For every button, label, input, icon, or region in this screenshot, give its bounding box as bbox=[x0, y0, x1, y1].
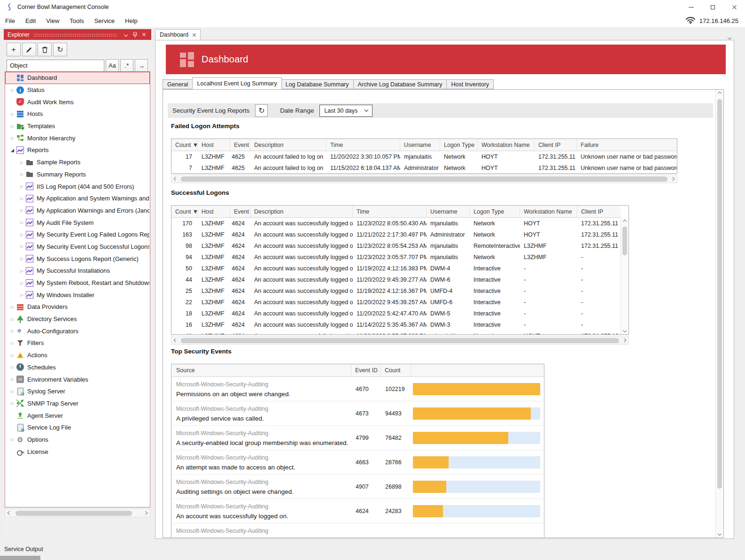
expander-icon[interactable]: ▷ bbox=[18, 292, 26, 297]
scroll-left-icon[interactable] bbox=[5, 512, 14, 514]
tab-archive-log-database-summary[interactable]: Archive Log Database Summary bbox=[354, 79, 447, 89]
scroll-right-icon[interactable] bbox=[620, 339, 629, 342]
expander-icon[interactable]: ▷ bbox=[8, 389, 16, 394]
scroll-left-icon[interactable] bbox=[171, 339, 180, 342]
tree-item[interactable]: ▷ My Windows Installer bbox=[5, 289, 150, 301]
scrollbar-thumb[interactable] bbox=[181, 176, 667, 182]
tree-item[interactable]: ▷ Status bbox=[5, 84, 150, 96]
chevron-down-icon[interactable] bbox=[122, 31, 130, 38]
expander-icon[interactable]: ▷ bbox=[8, 353, 16, 358]
table-row[interactable]: 50L3ZHMF4624An account was successfully … bbox=[171, 263, 621, 274]
table-row[interactable]: Microsoft-Windows-Security-Auditing An a… bbox=[171, 450, 544, 475]
tree-item[interactable]: ▷ Sample Reports bbox=[5, 156, 150, 169]
tree-item[interactable]: ▷ Directory Services bbox=[5, 313, 150, 325]
expander-icon[interactable]: ▷ bbox=[18, 184, 26, 189]
expander-icon[interactable]: ▷ bbox=[8, 88, 16, 92]
tree-item[interactable]: ▷ Summary Reports bbox=[5, 169, 150, 181]
tree-item[interactable]: ▷ Hosts bbox=[5, 108, 150, 120]
tree-item[interactable]: ▷ Templates bbox=[5, 120, 150, 132]
tree-item[interactable]: ▷ SNMP Trap Server bbox=[5, 398, 150, 410]
tab-host-inventory[interactable]: Host Inventory bbox=[447, 79, 494, 89]
table-row[interactable]: 94L3ZHMF4624An account was successfully … bbox=[171, 252, 621, 263]
pin-icon[interactable] bbox=[131, 31, 139, 38]
tree-item[interactable]: ▷ Monitor Hierarchy bbox=[5, 132, 150, 144]
tab-close-icon[interactable] bbox=[192, 33, 196, 37]
scrollbar-thumb[interactable] bbox=[181, 338, 619, 343]
column-header[interactable]: Count bbox=[381, 364, 411, 376]
expander-icon[interactable]: ▷ bbox=[8, 341, 16, 345]
table-row[interactable]: Microsoft-Windows-Security-Auditing bbox=[171, 523, 544, 538]
maximize-button[interactable] bbox=[702, 0, 723, 14]
scroll-right-icon[interactable] bbox=[141, 512, 150, 514]
column-header[interactable]: Source bbox=[171, 364, 351, 376]
expander-icon[interactable]: ▷ bbox=[8, 437, 16, 442]
tree-item[interactable]: Audit Work Items bbox=[5, 96, 150, 108]
refresh-button[interactable]: ↻ bbox=[53, 43, 67, 56]
expander-icon[interactable]: ▷ bbox=[18, 172, 26, 176]
tree-item[interactable]: ▷ Syslog Server bbox=[5, 385, 150, 398]
expander-icon[interactable]: ▷ bbox=[18, 256, 26, 261]
table-row[interactable]: 11L3ZHMF4624An account was successfully … bbox=[171, 330, 621, 335]
match-case-button[interactable]: Aa bbox=[106, 59, 119, 72]
column-header[interactable]: Event bbox=[230, 139, 250, 151]
table-row[interactable]: 17L3ZHMF4625An account failed to log on1… bbox=[171, 151, 677, 162]
scrollbar-thumb[interactable] bbox=[717, 99, 722, 489]
scrollbar-thumb[interactable] bbox=[622, 226, 627, 255]
tab-general[interactable]: General bbox=[163, 79, 193, 89]
column-header[interactable]: Event ID bbox=[351, 364, 381, 376]
column-header[interactable] bbox=[411, 364, 544, 376]
table-row[interactable]: 98L3ZHMF4624An account was successfully … bbox=[171, 240, 621, 252]
expander-icon[interactable]: ▷ bbox=[18, 268, 26, 273]
scroll-left-icon[interactable] bbox=[171, 177, 180, 180]
expander-icon[interactable]: ▷ bbox=[8, 124, 16, 129]
menu-item-help[interactable]: Help bbox=[120, 14, 143, 27]
expander-icon[interactable]: ▷ bbox=[18, 196, 26, 201]
expander-icon[interactable]: ▷ bbox=[18, 220, 26, 225]
tree-item[interactable]: ▷ Auto-Configurators bbox=[5, 325, 150, 337]
menu-item-file[interactable]: File bbox=[0, 14, 20, 27]
regex-button[interactable]: .* bbox=[120, 59, 133, 72]
table-row[interactable]: 44L3ZHMF4624An account was successfully … bbox=[171, 274, 621, 285]
document-tab-dashboard[interactable]: Dashboard bbox=[155, 29, 201, 40]
expander-icon[interactable]: ▷ bbox=[8, 112, 16, 116]
column-header[interactable]: Logon Type bbox=[440, 139, 478, 151]
tree-item[interactable]: ▷ Schedules bbox=[5, 361, 150, 374]
tree-item[interactable]: Dashboard bbox=[5, 72, 150, 84]
table-row[interactable]: Microsoft-Windows-Security-Auditing Audi… bbox=[171, 475, 544, 499]
column-header[interactable]: Count ▼ bbox=[171, 206, 198, 217]
expander-icon[interactable]: ▷ bbox=[18, 244, 26, 249]
tree-item[interactable]: ▷ Filters bbox=[5, 337, 150, 349]
content-vscrollbar[interactable] bbox=[715, 90, 723, 537]
menu-item-edit[interactable]: Edit bbox=[20, 14, 41, 27]
table-row[interactable]: 7L3ZHMF4625An account failed to log on11… bbox=[171, 162, 677, 174]
expander-icon[interactable]: ▷ bbox=[18, 208, 26, 213]
scrollbar-thumb[interactable] bbox=[16, 511, 132, 516]
table-row[interactable]: 18L3ZHMF4624An account was successfully … bbox=[171, 308, 621, 319]
table-row[interactable]: 25L3ZHMF4624An account was successfully … bbox=[171, 285, 621, 297]
table-row[interactable]: 170L3ZHMF4624An account was successfully… bbox=[171, 218, 621, 229]
delete-button[interactable] bbox=[38, 43, 52, 56]
successful-logons-vscrollbar[interactable] bbox=[621, 218, 629, 334]
scroll-up-icon[interactable] bbox=[718, 90, 721, 97]
tab-log-database-summary[interactable]: Log Database Summary bbox=[281, 79, 354, 89]
column-header[interactable]: Username bbox=[400, 139, 440, 151]
column-header[interactable]: Count ▼ bbox=[171, 139, 198, 151]
table-row[interactable]: 163L3ZHMF4624An account was successfully… bbox=[171, 229, 621, 240]
column-header[interactable]: Host bbox=[198, 139, 230, 151]
column-header[interactable]: Description bbox=[250, 206, 353, 217]
expander-icon[interactable]: ▷ bbox=[8, 401, 16, 406]
successful-logons-hscrollbar[interactable] bbox=[171, 336, 629, 345]
column-header[interactable]: Workstation Name bbox=[478, 139, 535, 151]
close-panel-icon[interactable] bbox=[140, 31, 147, 38]
tree-item[interactable]: ▷ My Success Logons Report (Generic) bbox=[5, 253, 150, 265]
expander-icon[interactable]: ▷ bbox=[18, 232, 26, 237]
tree-item[interactable]: Service Log File bbox=[5, 422, 150, 434]
expander-icon[interactable]: ▷ bbox=[18, 281, 26, 285]
column-header[interactable]: Logon Type bbox=[470, 206, 520, 217]
column-header[interactable]: Description bbox=[250, 139, 326, 151]
search-go-button[interactable]: → bbox=[135, 59, 148, 72]
column-header[interactable]: Failure bbox=[577, 139, 677, 151]
table-row[interactable]: 16L3ZHMF4624An account was successfully … bbox=[171, 319, 621, 330]
tree-item[interactable]: ▷ My Successful Installations bbox=[5, 265, 150, 277]
tree-item[interactable]: ▷ My Audit File System bbox=[5, 216, 150, 229]
